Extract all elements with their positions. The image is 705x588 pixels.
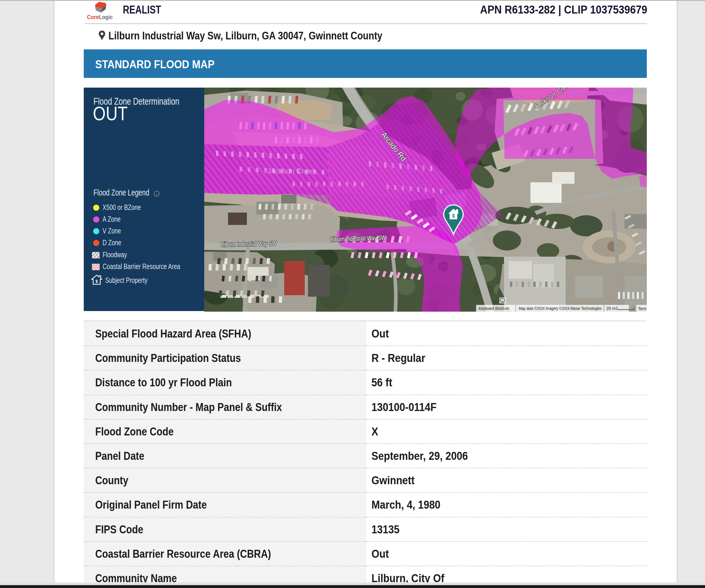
svg-text:Keyboard shortcuts: Keyboard shortcuts bbox=[479, 306, 509, 311]
svg-text:$: $ bbox=[452, 214, 455, 218]
svg-text:20 m: 20 m bbox=[606, 306, 616, 311]
svg-text:Lilburn Industrial Way SW: Lilburn Industrial Way SW bbox=[221, 240, 277, 248]
svg-text:Map data ©2024 Imagery ©2024 M: Map data ©2024 Imagery ©2024 Maxar Techn… bbox=[519, 306, 602, 311]
svg-text:$: $ bbox=[95, 279, 98, 284]
svg-text:Terms: Terms bbox=[638, 306, 647, 311]
svg-text:Jackson Creek: Jackson Creek bbox=[268, 167, 316, 175]
